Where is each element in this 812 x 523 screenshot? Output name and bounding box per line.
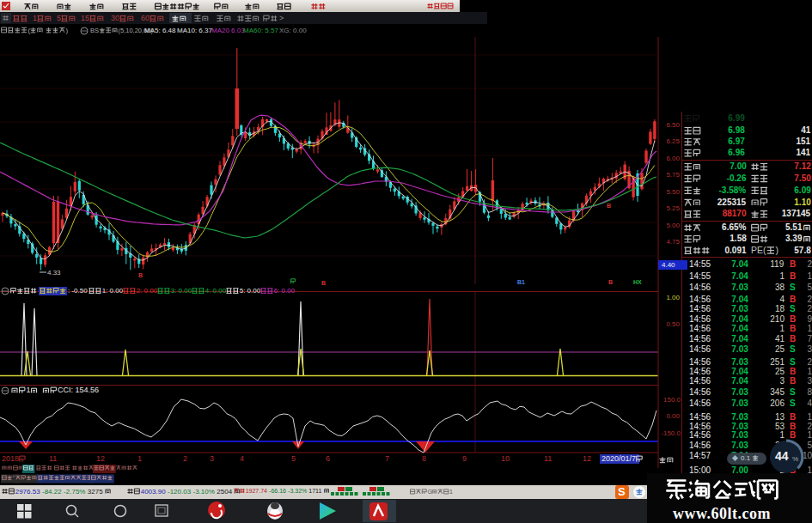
svg-text:7.04: 7.04	[731, 314, 748, 324]
svg-text:2018: 2018	[2, 454, 19, 463]
svg-text:5: 5	[807, 283, 812, 292]
svg-text:6.00: 6.00	[666, 155, 680, 162]
svg-text:14:56: 14:56	[689, 430, 711, 440]
svg-text:14:56: 14:56	[689, 344, 711, 354]
svg-text:7: 7	[385, 454, 389, 463]
svg-text:9: 9	[807, 314, 812, 324]
svg-text:0.1: 0.1	[741, 454, 751, 462]
svg-text:>: >	[279, 14, 284, 22]
svg-text:S: S	[790, 398, 796, 408]
svg-text:XG: 0.00: XG: 0.00	[279, 27, 307, 34]
svg-text:3: 3	[807, 376, 812, 386]
svg-text:MA20 6.03: MA20 6.03	[211, 27, 245, 34]
svg-text:4.33: 4.33	[47, 269, 61, 277]
svg-text:14:56: 14:56	[689, 304, 711, 313]
svg-text:7.00: 7.00	[730, 161, 747, 171]
svg-text:5: 5	[807, 441, 812, 450]
svg-text:7.04: 7.04	[731, 259, 748, 269]
svg-text:4003.90: 4003.90	[141, 488, 166, 496]
svg-text:-3.32%: -3.32%	[288, 488, 307, 494]
svg-text:6.97: 6.97	[728, 137, 745, 146]
svg-text:14:56: 14:56	[689, 324, 711, 333]
svg-text:): )	[66, 27, 69, 34]
svg-text:1927.74: 1927.74	[246, 488, 267, 494]
svg-text:6.09: 6.09	[794, 185, 811, 195]
svg-text:2976.53: 2976.53	[15, 488, 40, 496]
svg-text:7.03: 7.03	[731, 304, 748, 313]
svg-text:6.99: 6.99	[728, 113, 745, 123]
svg-text:6: 6	[326, 454, 330, 463]
svg-text:5.25: 5.25	[666, 204, 680, 212]
svg-text:14:56: 14:56	[689, 441, 711, 450]
svg-text:1: 1	[807, 367, 812, 376]
svg-text:6.96: 6.96	[728, 148, 745, 157]
svg-text:7.03: 7.03	[731, 398, 748, 408]
svg-text:7.03: 7.03	[731, 357, 748, 367]
svg-text:14:56: 14:56	[689, 367, 711, 376]
svg-text:(: (	[27, 27, 30, 34]
svg-text:7.03: 7.03	[731, 283, 748, 292]
svg-text:8: 8	[422, 454, 426, 463]
svg-text:4: 4	[240, 454, 244, 463]
svg-text:www.60lt.com: www.60lt.com	[673, 505, 771, 522]
svg-text:2: 2	[807, 259, 812, 269]
svg-text:B: B	[790, 430, 796, 440]
svg-text:345: 345	[770, 387, 785, 397]
svg-text:14:56: 14:56	[689, 376, 711, 386]
svg-text:S: S	[790, 387, 796, 397]
svg-text:1.10: 1.10	[794, 198, 811, 207]
svg-text:-120.03: -120.03	[168, 488, 192, 496]
svg-text:B: B	[321, 280, 326, 286]
svg-text:7.04: 7.04	[731, 367, 748, 376]
svg-text:1: 1	[27, 386, 31, 394]
svg-text:2: 2	[807, 295, 812, 304]
svg-text:B: B	[790, 334, 796, 344]
svg-text:225315: 225315	[717, 198, 747, 207]
svg-text:14:55: 14:55	[689, 259, 711, 269]
svg-text:151: 151	[796, 137, 810, 146]
svg-text:BS: BS	[90, 27, 99, 34]
svg-text:7.03: 7.03	[731, 412, 748, 422]
svg-text:B1: B1	[517, 279, 525, 285]
svg-text:-84.22: -84.22	[42, 488, 62, 496]
svg-text:-2.75%: -2.75%	[64, 488, 85, 496]
svg-text:-3.10%: -3.10%	[193, 488, 215, 496]
svg-text:14:57: 14:57	[689, 451, 711, 460]
svg-text:137145: 137145	[782, 209, 811, 218]
svg-text:38: 38	[775, 283, 785, 292]
svg-text:2504: 2504	[217, 488, 232, 496]
svg-text:B: B	[790, 295, 796, 304]
svg-text:MA60: 5.57: MA60: 5.57	[243, 27, 278, 34]
svg-text:13: 13	[775, 412, 785, 422]
svg-text:5: 5	[57, 14, 61, 22]
svg-text:3: 3	[807, 344, 812, 354]
svg-text:S: S	[790, 357, 796, 367]
svg-text:7.03: 7.03	[731, 430, 748, 440]
svg-text:%: %	[792, 455, 798, 463]
svg-text:5: 0.00: 5: 0.00	[240, 287, 261, 295]
svg-text:12: 12	[96, 454, 105, 463]
svg-text:6.50: 6.50	[666, 121, 680, 129]
svg-text:206: 206	[770, 398, 785, 408]
svg-text:MA5: 6.48: MA5: 6.48	[144, 27, 176, 34]
svg-text:12: 12	[583, 454, 591, 463]
svg-text:14:55: 14:55	[689, 271, 711, 281]
svg-text:: -0.50: : -0.50	[68, 287, 88, 295]
svg-text:4: 0.00: 4: 0.00	[205, 287, 227, 295]
svg-text:7.03: 7.03	[731, 387, 748, 397]
svg-text:B: B	[790, 314, 796, 324]
svg-text:25: 25	[775, 344, 785, 354]
svg-text:4.75: 4.75	[666, 238, 680, 246]
svg-text:7.04: 7.04	[731, 334, 748, 344]
svg-text:14:56: 14:56	[689, 295, 711, 304]
svg-text:5.00: 5.00	[666, 222, 680, 229]
svg-text:2: 0.00: 2: 0.00	[137, 287, 158, 295]
svg-text:1: 1	[807, 271, 812, 281]
svg-text:251: 251	[770, 357, 785, 367]
svg-text:B: B	[790, 376, 796, 386]
svg-text:): )	[776, 245, 779, 255]
svg-text:0.091: 0.091	[725, 246, 747, 255]
svg-text:7.04: 7.04	[731, 376, 748, 386]
svg-text:88170: 88170	[723, 209, 747, 218]
svg-text:1: 1	[807, 324, 812, 333]
